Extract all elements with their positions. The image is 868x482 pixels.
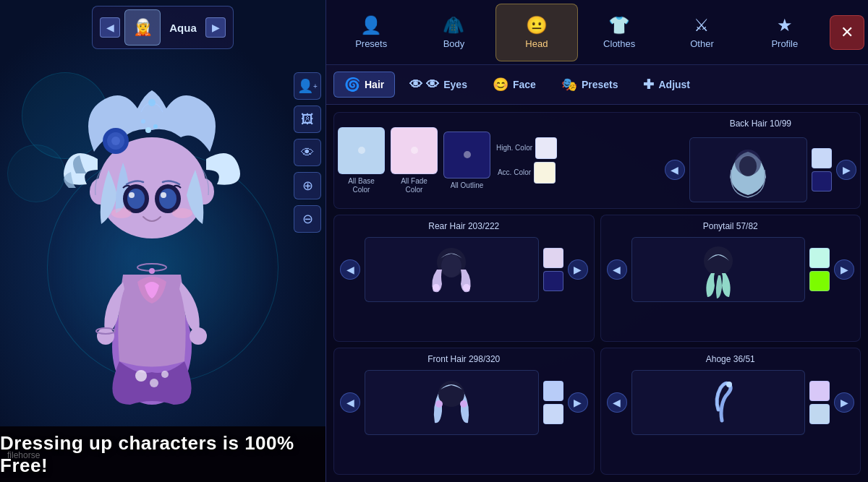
ahoge-color-2[interactable]: [809, 404, 830, 424]
ahoge-next[interactable]: ▶: [834, 392, 854, 413]
watermark: filehorse: [7, 450, 40, 460]
acc-color-swatch[interactable]: [534, 162, 556, 184]
back-hair-inline: Back Hair 10/99 ◀: [665, 119, 856, 202]
all-outline-dot: [464, 151, 471, 158]
zoom-out-button[interactable]: ⊖: [294, 205, 321, 233]
adjust-subtab-label: Adjust: [658, 79, 690, 90]
ponytail-preview: [631, 237, 806, 302]
face-subtab-label: Face: [513, 79, 536, 90]
subtab-face[interactable]: 😊 Face: [482, 72, 547, 98]
all-outline-label: All Outline: [451, 181, 484, 190]
presets-subtab-icon: 🎭: [561, 77, 577, 92]
all-fade-color-label: All Fade Color: [393, 177, 436, 194]
tab-profile[interactable]: ★ Profile: [744, 4, 826, 61]
tab-body[interactable]: 🧥 Body: [412, 4, 495, 61]
add-character-button[interactable]: 👤+: [294, 72, 321, 100]
front-hair-preview: [365, 370, 539, 435]
other-icon: ⚔: [694, 15, 710, 35]
bottom-banner: filehorse Dressing up characters is 100%…: [0, 426, 326, 482]
ahoge-prev[interactable]: ◀: [607, 392, 627, 413]
close-button[interactable]: ✕: [830, 15, 864, 50]
head-label: Head: [525, 38, 548, 49]
all-outline-swatch[interactable]: [443, 132, 490, 178]
ahoge-colors: [809, 381, 830, 424]
ahoge-preview: [631, 370, 806, 435]
rear-hair-color-2[interactable]: [543, 271, 563, 291]
visibility-button[interactable]: 👁: [294, 139, 321, 166]
background-button[interactable]: 🖼: [294, 106, 321, 133]
svg-point-22: [129, 192, 135, 198]
front-hair-color-2[interactable]: [543, 404, 563, 424]
rear-hair-header: Rear Hair 203/222: [340, 221, 588, 231]
svg-point-24: [111, 208, 132, 218]
tab-head[interactable]: 😐 Head: [495, 4, 578, 61]
svg-point-5: [149, 268, 155, 274]
back-hair-color-2[interactable]: [812, 171, 832, 191]
svg-point-2: [150, 379, 158, 387]
presets-label: Presets: [355, 38, 387, 49]
clothes-label: Clothes: [603, 38, 635, 49]
front-hair-next[interactable]: ▶: [568, 392, 588, 413]
svg-point-26: [148, 99, 156, 106]
rear-hair-prev[interactable]: ◀: [340, 259, 360, 280]
tab-clothes[interactable]: 👕 Clothes: [578, 4, 660, 61]
ahoge-color-1[interactable]: [809, 381, 830, 401]
char-prev-button[interactable]: ◀: [100, 17, 120, 38]
subtab-eyes[interactable]: 👁 👁 Eyes: [399, 72, 478, 98]
svg-point-3: [161, 371, 169, 378]
back-hair-color-1[interactable]: [812, 148, 832, 168]
hair-subtab-icon: 🌀: [344, 77, 360, 92]
back-hair-next[interactable]: ▶: [836, 160, 856, 180]
tab-other[interactable]: ⚔ Other: [660, 4, 743, 61]
svg-point-28: [739, 156, 757, 176]
rear-hair-content: ◀: [340, 237, 588, 302]
ponytail-color-1[interactable]: [809, 248, 830, 268]
front-hair-prev[interactable]: ◀: [340, 392, 360, 413]
main-panel: 👤 Presets 🧥 Body 😐 Head 👕 Clothes ⚔ Othe…: [326, 0, 868, 482]
ponytail-section: Ponytail 57/82 ◀: [600, 215, 861, 342]
ponytail-color-2[interactable]: [809, 271, 830, 291]
ponytail-prev[interactable]: ◀: [607, 259, 627, 280]
all-base-color-dot: [358, 147, 365, 154]
content-area: All Base Color All Fade Color All Outlin…: [326, 105, 868, 482]
svg-point-16: [153, 124, 158, 129]
ponytail-header: Ponytail 57/82: [607, 221, 855, 231]
back-hair-content: ◀ ▶: [665, 137, 856, 202]
adjust-subtab-icon: ✚: [643, 77, 654, 92]
high-acc-color-cell: High. Color Acc. Color: [496, 137, 557, 184]
rear-hair-preview: [365, 237, 539, 302]
character-name-bar: ◀ 🧝 Aqua ▶: [92, 6, 234, 49]
back-hair-preview: [689, 137, 807, 202]
subtab-hair[interactable]: 🌀 Hair: [333, 72, 395, 98]
character-scene: [0, 0, 326, 426]
back-hair-prev[interactable]: ◀: [665, 160, 685, 180]
svg-point-21: [159, 189, 176, 209]
character-avatar-icon: 🧝: [124, 9, 161, 46]
head-icon: 😐: [526, 15, 548, 35]
svg-point-23: [161, 192, 166, 198]
character-panel: ◀ 🧝 Aqua ▶ 👤+ 🖼 👁 ⊕ ⊖ filehorse Dressing…: [0, 0, 326, 482]
all-base-color-swatch[interactable]: [338, 127, 385, 174]
char-next-button[interactable]: ▶: [205, 17, 226, 38]
rear-hair-color-1[interactable]: [543, 248, 563, 268]
all-fade-color-cell: All Fade Color: [391, 127, 438, 194]
subtab-presets[interactable]: 🎭 Presets: [550, 72, 629, 98]
tab-presets[interactable]: 👤 Presets: [330, 4, 412, 61]
hair-sections-grid: Rear Hair 203/222 ◀: [333, 215, 861, 475]
ponytail-next[interactable]: ▶: [834, 259, 854, 280]
front-hair-color-1[interactable]: [543, 381, 563, 401]
front-hair-header: Front Hair 298/320: [340, 354, 588, 364]
presets-subtab-label: Presets: [582, 79, 618, 90]
body-label: Body: [443, 38, 465, 49]
subtab-adjust[interactable]: ✚ Adjust: [632, 72, 701, 98]
body-icon: 🧥: [443, 15, 464, 35]
rear-hair-next[interactable]: ▶: [568, 259, 588, 280]
all-fade-color-swatch[interactable]: [391, 127, 438, 174]
profile-label: Profile: [771, 38, 798, 49]
svg-point-14: [111, 137, 120, 145]
front-hair-content: ◀: [340, 370, 588, 435]
zoom-in-button[interactable]: ⊕: [294, 172, 321, 199]
high-color-swatch[interactable]: [535, 137, 557, 159]
face-subtab-icon: 😊: [493, 77, 509, 92]
eyes-subtab-icon: 👁 👁: [409, 77, 439, 92]
